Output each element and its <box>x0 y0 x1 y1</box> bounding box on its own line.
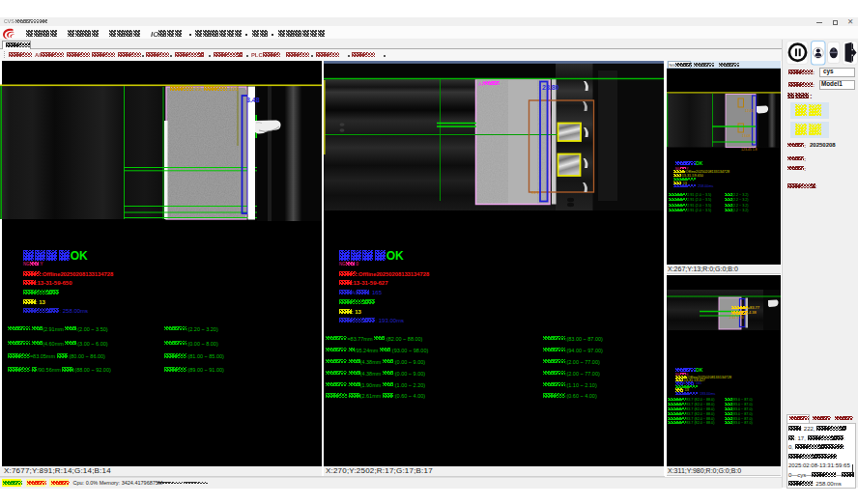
svg-text:12.45: 12.45 <box>745 109 754 113</box>
svg-text:13.08: 13.08 <box>742 134 751 138</box>
